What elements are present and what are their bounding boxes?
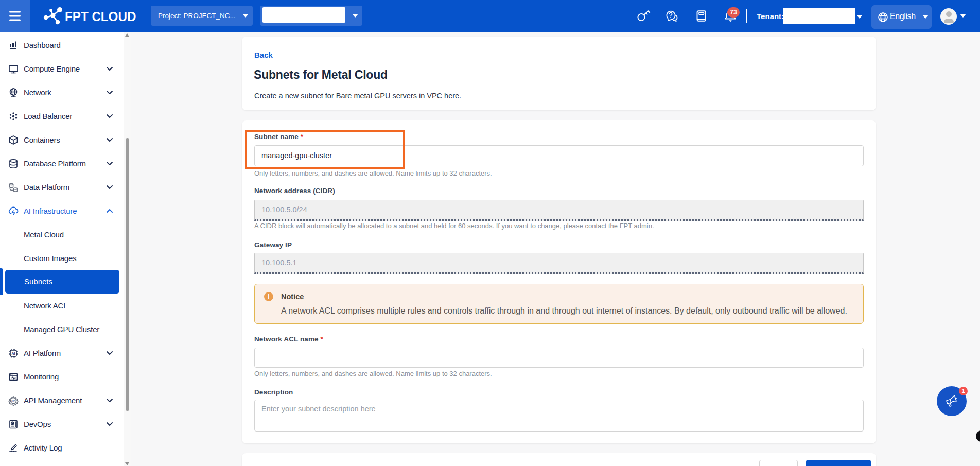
svg-text:AI: AI [12,352,15,355]
svg-text:API: API [11,399,16,402]
